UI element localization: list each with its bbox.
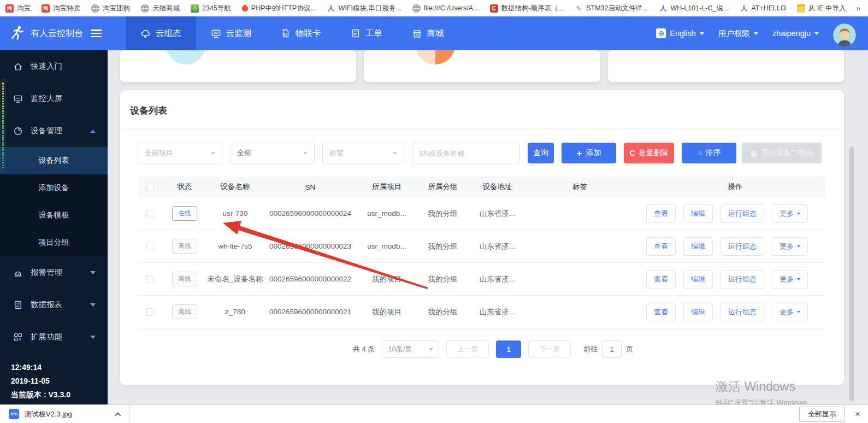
bookmark-item[interactable]: WH-L101-L-C_说... — [659, 4, 729, 13]
more-button[interactable]: 更多 — [772, 270, 808, 289]
page-suffix: 页 — [626, 344, 633, 354]
sidebar-item-quick-start[interactable]: 快速入门 — [0, 50, 108, 83]
more-button[interactable]: 更多 — [772, 303, 808, 321]
more-button[interactable]: 更多 — [772, 237, 808, 256]
sim-card-icon — [281, 28, 291, 38]
tab-mall[interactable]: 商城 — [397, 16, 459, 50]
sidebar-item-alarm-management[interactable]: 报警管理 — [0, 256, 108, 289]
avatar[interactable] — [833, 24, 856, 46]
page-size-select[interactable]: 10条/页 — [382, 340, 439, 358]
export-qr-button[interactable]: ▦ 导出设备二维码 — [742, 143, 822, 163]
status-select[interactable]: 全部 — [230, 143, 315, 163]
tag-select[interactable]: 标签 — [322, 143, 404, 163]
bookmark-item[interactable]: 天猫商城 — [141, 4, 180, 13]
view-button[interactable]: 查看 — [646, 303, 676, 321]
add-button[interactable]: + 添加 — [562, 143, 616, 163]
status-badge: 离线 — [172, 272, 197, 286]
sidebar-subitem-device-template[interactable]: 设备模板 — [0, 202, 108, 229]
bookmarks-overflow-chevron-icon[interactable]: » — [856, 4, 863, 13]
sort-button[interactable]: ↑↓ 排序 — [682, 143, 736, 163]
search-button[interactable]: 查询 — [528, 143, 554, 163]
bookmark-item[interactable]: PHP中的HTTP协议... — [242, 4, 316, 13]
run-scada-button[interactable]: 运行组态 — [721, 270, 764, 289]
row-checkbox[interactable] — [146, 275, 154, 283]
menu-toggle-icon[interactable] — [91, 30, 102, 37]
run-scada-button[interactable]: 运行组态 — [721, 237, 764, 256]
edit-button[interactable]: 编辑 — [683, 270, 713, 289]
project-select[interactable]: 全部项目 — [138, 143, 222, 163]
close-icon[interactable]: × — [855, 409, 860, 419]
tab-cloud-monitor[interactable]: 云监测 — [196, 16, 267, 50]
bookmark-item[interactable]: 淘宝 — [5, 4, 31, 13]
stat-card — [608, 50, 844, 82]
tab-scada[interactable]: 云组态 — [126, 16, 196, 50]
bookmark-item[interactable]: 淘宝特卖 — [42, 4, 80, 13]
bookmark-item[interactable]: 2345导航 — [191, 4, 231, 13]
goto-page-input[interactable] — [602, 340, 622, 358]
sort-arrows-icon: ↑↓ — [698, 150, 702, 156]
device-name: wh-lte-7s5 — [206, 242, 264, 250]
select-all-checkbox[interactable] — [146, 184, 154, 191]
panel-title: 设备列表 — [120, 90, 844, 128]
tab-work-order[interactable]: 工单 — [336, 16, 397, 50]
row-checkbox[interactable] — [146, 243, 154, 250]
view-button[interactable]: 查看 — [646, 204, 676, 223]
bookmark-item[interactable]: WIFI模块,串口服务... — [327, 4, 401, 13]
bookmark-item[interactable]: file:///C:/Users/A... — [412, 4, 479, 13]
row-checkbox[interactable] — [146, 308, 154, 316]
language-menu[interactable]: English — [656, 28, 704, 38]
sidebar-item-monitor-screen[interactable]: 监控大屏 — [0, 83, 108, 115]
sidebar-item-device-management[interactable]: 设备管理 — [0, 115, 108, 147]
device-table: 状态 设备名称 SN 所属项目 所属分组 设备地址 标签 操作 在 — [138, 177, 825, 328]
device-project: 我的项目 — [357, 307, 417, 317]
expand-chevron-icon[interactable] — [115, 412, 121, 418]
current-page-button[interactable]: 1 — [496, 340, 521, 358]
sidebar: 快速入门 监控大屏 设备管理 设备列表 添加设备 — [0, 50, 108, 404]
table-body: 在线 usr-730 00026596000000000024 usr_modb… — [138, 197, 825, 328]
bookmark-item[interactable]: AT+HELLO — [740, 4, 786, 13]
prev-page-button[interactable]: 上一页 — [446, 340, 489, 358]
device-sn: 00026596000000000023 — [264, 242, 357, 250]
device-sn: 00026596000000000024 — [264, 209, 357, 218]
main-content: 设备列表 全部项目 全部 标签 查询 — [108, 50, 868, 404]
download-item[interactable]: JPG 测试板V2.3.jpg — [0, 405, 129, 423]
search-input[interactable] — [412, 143, 520, 163]
tab-iot-sim[interactable]: 物联卡 — [266, 16, 336, 50]
edit-button[interactable]: 编辑 — [683, 303, 713, 321]
user-role-menu[interactable]: 用户权限 — [718, 28, 758, 39]
view-button[interactable]: 查看 — [646, 237, 676, 256]
view-button[interactable]: 查看 — [646, 270, 676, 289]
edit-button[interactable]: 编辑 — [683, 237, 713, 256]
run-scada-button[interactable]: 运行组态 — [721, 303, 764, 321]
sidebar-item-data-report[interactable]: 数据报表 — [0, 289, 108, 321]
bookmark-item[interactable]: 从 IE 中导入 — [797, 4, 846, 13]
bookmark-label: WH-L101-L-C_说... — [670, 4, 729, 13]
device-group: 我的分组 — [417, 307, 469, 317]
row-checkbox[interactable] — [146, 210, 154, 218]
run-scada-button[interactable]: 运行组态 — [721, 204, 764, 223]
next-page-button[interactable]: 下一页 — [528, 340, 571, 358]
total-count: 共 4 条 — [353, 344, 375, 354]
cloud-icon — [140, 28, 151, 39]
scrollbar-thumb[interactable] — [849, 146, 854, 401]
qr-code-icon: ▦ — [751, 150, 757, 157]
bookmark-item[interactable]: 数据结构-顺序表（... — [490, 4, 564, 13]
col-tag: 标签 — [526, 182, 645, 192]
show-all-downloads-button[interactable]: 全部显示 — [799, 407, 845, 422]
device-sn: 00026596000000000021 — [264, 308, 357, 316]
sidebar-subitem-add-device[interactable]: 添加设备 — [0, 174, 108, 202]
sidebar-subitem-project-group[interactable]: 项目分组 — [0, 229, 108, 256]
username-menu[interactable]: zhaipengju — [772, 29, 819, 38]
batch-delete-button[interactable]: C 批量删除 — [624, 143, 674, 163]
sidebar-subitem-device-list[interactable]: 设备列表 — [0, 147, 108, 174]
more-button[interactable]: 更多 — [772, 204, 808, 223]
sidebar-item-extended-functions[interactable]: 扩展功能 — [0, 321, 108, 353]
bookmark-favicon-icon — [327, 4, 335, 13]
goto-page: 前往 页 — [583, 340, 633, 358]
jpg-file-icon: JPG — [9, 409, 19, 419]
row-actions: 查看 编辑 运行组态 更多 — [645, 303, 825, 321]
bookmark-item[interactable]: STM32启动文件详... — [575, 4, 648, 13]
edit-button[interactable]: 编辑 — [683, 204, 713, 223]
device-project: 我的项目 — [357, 274, 417, 284]
bookmark-item[interactable]: 淘宝团购 — [91, 4, 130, 13]
